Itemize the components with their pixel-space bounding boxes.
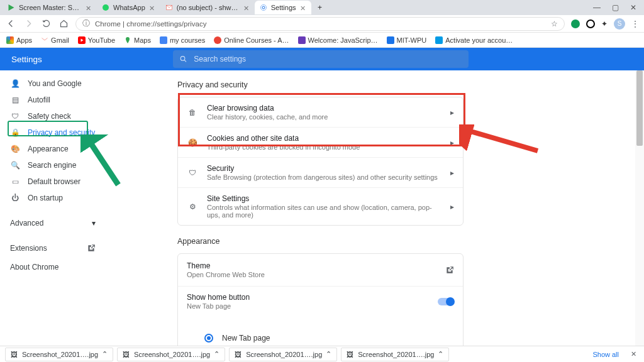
chevron-up-icon[interactable]: ⌃ [326,350,331,358]
ext1-icon[interactable] [571,19,580,28]
new-tab-button[interactable]: + [314,1,326,14]
close-icon[interactable]: ✕ [86,4,92,11]
close-shelf[interactable]: ✕ [628,350,639,358]
svg-marker-0 [9,4,14,11]
back-button[interactable] [5,18,16,30]
scrollbar-thumb[interactable] [636,70,643,146]
youtube-bookmark[interactable]: YouTube [78,36,115,44]
trash-icon: 🗑 [187,108,198,117]
svg-point-1 [103,4,109,11]
file-icon: 🖼 [123,351,130,358]
tab-settings[interactable]: Settings ✕ [255,1,311,14]
extensions-icon[interactable]: ✦ [601,19,608,28]
window-controls: — ▢ ✕ [593,3,641,12]
js-bookmark[interactable]: Welcome: JavaScrip… [298,36,378,44]
row-security[interactable]: 🛡 SecuritySafe Browsing (protection from… [178,157,463,187]
sidebar-item-autofill[interactable]: ▤Autofill [5,92,101,108]
omnibox[interactable]: ⓘ Chrome | chrome://settings/privacy ☆ [75,17,565,31]
chevron-right-icon: ▸ [450,202,454,211]
tab-whatsapp[interactable]: WhatsApp ✕ [97,1,160,14]
privacy-card: 🗑 Clear browsing dataClear history, cook… [177,97,464,226]
chevron-down-icon: ▾ [92,219,96,228]
chevron-up-icon[interactable]: ⌃ [102,350,108,358]
settings-sidebar: 👤You and Google ▤Autofill 🛡Safety check … [0,70,107,346]
site-info-icon[interactable]: ⓘ [82,19,90,28]
svg-point-7 [180,57,185,61]
sidebar-item-appearance[interactable]: 🎨Appearance [5,141,101,157]
close-icon[interactable]: ✕ [243,4,250,11]
toolbar-right: ✦ S ⋮ [571,18,639,30]
scrollbar[interactable] [635,70,644,346]
browser-icon: ▭ [10,177,20,186]
sidebar-item-default[interactable]: ▭Default browser [5,173,101,190]
download-item[interactable]: 🖼Screenshot_20201….jpg⌃ [341,348,449,361]
close-icon[interactable]: ✕ [300,4,306,11]
courses-bookmark[interactable]: my courses [160,36,205,44]
row-theme[interactable]: ThemeOpen Chrome Web Store [178,254,463,286]
star-icon[interactable]: ☆ [551,19,558,28]
tab-play[interactable]: Screen Master: Screenshot & Lo ✕ [3,1,97,14]
settings-content: Privacy and security 🗑 Clear browsing da… [107,70,644,346]
download-item[interactable]: 🖼Screenshot_20201….jpg⌃ [117,348,225,361]
maximize-icon[interactable]: ▢ [612,3,619,12]
online-bookmark[interactable]: Online Courses - A… [214,36,289,44]
sidebar-item-startup[interactable]: ⏻On startup [5,190,101,206]
home-button-toggle[interactable] [438,298,454,305]
sidebar-item-safety[interactable]: 🛡Safety check [5,108,101,124]
tab-label: Screen Master: Screenshot & Lo [19,4,82,11]
svg-point-3 [262,6,265,9]
activate-bookmark[interactable]: Activate your accou… [435,36,513,44]
file-icon: 🖼 [235,351,242,358]
forward-button[interactable] [23,18,34,30]
row-clear-data[interactable]: 🗑 Clear browsing dataClear history, cook… [178,97,463,127]
search-settings[interactable] [173,50,469,68]
play-favicon [8,4,15,11]
sidebar-about[interactable]: About Chrome [5,259,101,275]
power-icon: ⏻ [10,194,20,202]
row-cookies[interactable]: 🍪 Cookies and other site dataThird-party… [178,127,463,157]
minimize-icon[interactable]: — [593,3,601,12]
settings-header: Settings [0,48,644,70]
sidebar-advanced[interactable]: Advanced▾ [5,215,101,231]
reload-button[interactable] [40,18,52,30]
radio-ntp-label: New Tab page [222,334,270,343]
external-link-icon [87,244,96,253]
menu-icon[interactable]: ⋮ [631,19,639,28]
search-icon: 🔍 [10,161,20,170]
chevron-up-icon[interactable]: ⌃ [438,350,443,358]
section-appearance-title: Appearance [177,237,644,246]
gmail-favicon [165,4,173,11]
address-bar: ⓘ Chrome | chrome://settings/privacy ☆ ✦… [0,15,644,33]
mit-bookmark[interactable]: MIT-WPU [387,36,427,44]
file-icon: 🖼 [11,351,18,358]
close-icon[interactable]: ✕ [149,4,155,11]
sidebar-extensions[interactable]: Extensions [5,240,101,256]
download-item[interactable]: 🖼Screenshot_20201….jpg⌃ [229,348,337,361]
security-icon: 🔒 [10,128,20,137]
show-all-downloads[interactable]: Show all [587,351,624,358]
sidebar-item-privacy[interactable]: 🔒Privacy and security [5,124,101,141]
sidebar-item-you[interactable]: 👤You and Google [5,75,101,92]
sidebar-item-search[interactable]: 🔍Search engine [5,157,101,173]
home-button[interactable] [58,18,69,30]
gmail-bookmark[interactable]: Gmail [41,36,69,44]
svg-point-4 [260,5,266,11]
download-item[interactable]: 🖼Screenshot_20201….jpg⌃ [5,348,113,361]
section-privacy-title: Privacy and security [177,80,644,89]
row-site-settings[interactable]: ⚙ Site SettingsControls what information… [178,187,463,225]
radio-ntp[interactable] [204,334,213,343]
search-icon [179,55,187,63]
chevron-right-icon: ▸ [450,108,454,117]
close-icon[interactable]: ✕ [630,3,636,12]
browser-tabbar: Screen Master: Screenshot & Lo ✕ WhatsAp… [0,0,644,15]
chevron-right-icon: ▸ [450,168,454,177]
ext2-icon[interactable] [586,19,595,28]
chevron-up-icon[interactable]: ⌃ [214,350,219,358]
tab-gmail[interactable]: (no subject) - shweta.sawant656 ✕ [160,1,255,14]
profile-avatar[interactable]: S [614,18,625,30]
row-home-button: Show home buttonNew Tab page New Tab pag… [178,286,463,346]
search-input[interactable] [194,55,462,63]
apps-bookmark[interactable]: Apps [6,36,32,44]
maps-bookmark[interactable]: Maps [124,36,151,44]
shield-check-icon: 🛡 [10,112,20,121]
